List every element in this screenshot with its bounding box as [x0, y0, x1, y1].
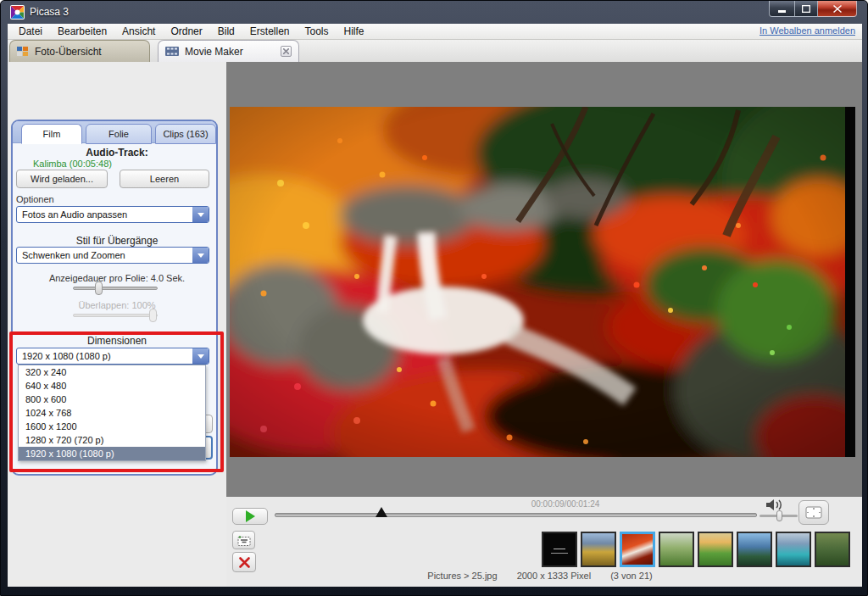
tab-photo-overview-label: Foto-Übersicht [35, 46, 102, 58]
remove-item-button[interactable] [232, 552, 256, 572]
menu-item[interactable]: Hilfe [337, 24, 372, 39]
transition-style-label: Stil für Übergänge [8, 235, 226, 247]
status-bar: Pictures > 25.jpg 2000 x 1333 Pixel (3 v… [226, 571, 854, 581]
overlap-label: Überlappen: 100% [8, 300, 226, 310]
movie-maker-sidebar: Film Folie Clips (163) Audio-Track: Kali… [8, 62, 226, 587]
dimension-option[interactable]: 1024 x 768 [19, 406, 205, 420]
overlap-slider-thumb [149, 309, 157, 322]
time-display: 00:00:09/00:01:24 [438, 499, 693, 509]
options-label: Optionen [16, 194, 54, 204]
clip-thumbnail-strip [542, 532, 850, 567]
thumbnail-meadow-mountain[interactable] [698, 532, 733, 567]
thumbnail-green-valley[interactable] [659, 532, 694, 567]
dimension-option[interactable]: 1920 x 1080 (1080 p) [19, 447, 205, 460]
menu-item[interactable]: Bild [210, 24, 242, 39]
playhead-marker[interactable] [376, 507, 387, 517]
panel-tab-clips[interactable]: Clips (163) [155, 124, 216, 144]
thumbnail-lake-reflection[interactable] [737, 532, 772, 567]
picasa-window: Picasa 3 DateiBearbeitenAnsichtOrdnerBil… [0, 0, 868, 596]
slide-duration-slider-thumb[interactable] [95, 281, 103, 295]
document-tab-bar: Foto-Übersicht Movie Maker [8, 40, 862, 62]
transition-style-value: Schwenken und Zoomen [22, 250, 125, 260]
thumbnail-turquoise-lake[interactable] [776, 532, 811, 567]
status-pixel-size: 2000 x 1333 Pixel [517, 571, 591, 581]
panel-tab-film[interactable]: Film [21, 124, 82, 144]
dimensions-value: 1920 x 1080 (1080 p) [22, 351, 111, 361]
fullscreen-button[interactable] [798, 500, 829, 525]
client-area: DateiBearbeitenAnsichtOrdnerBildErstelle… [8, 24, 862, 587]
chevron-down-icon[interactable] [192, 348, 209, 364]
video-preview-area: ="" r="3" [226, 62, 862, 497]
audio-track-name: Kalimba (00:05:48) [33, 159, 112, 169]
dimensions-label: Dimensionen [8, 335, 226, 347]
thumbnail-garden[interactable] [815, 532, 850, 567]
dimensions-dropdown-list: 320 x 240640 x 480800 x 6001024 x 768160… [18, 365, 206, 461]
player-controls: 00:00:09/00:01:24 [226, 497, 862, 587]
audio-loading-button[interactable]: Wird geladen... [16, 170, 108, 188]
red-x-icon [239, 557, 250, 568]
play-button[interactable] [232, 508, 268, 525]
audio-clear-button[interactable]: Leeren [120, 170, 209, 188]
tab-movie-maker-label: Movie Maker [185, 46, 243, 58]
title-bar: Picasa 3 [1, 1, 867, 24]
dimension-option[interactable]: 1280 x 720 (720 p) [19, 433, 205, 447]
window-controls [769, 1, 857, 17]
chevron-down-icon[interactable] [192, 248, 209, 263]
thumbnail-mountain-aspens[interactable] [581, 532, 616, 567]
text-slide-icon [237, 535, 251, 546]
menu-item[interactable]: Datei [11, 24, 50, 39]
thumbnail-autumn-stream-selected[interactable] [620, 532, 655, 567]
tab-movie-maker[interactable]: Movie Maker [158, 40, 299, 62]
audio-options-combobox[interactable]: Fotos an Audio anpassen [16, 206, 209, 223]
volume-icon[interactable] [766, 499, 785, 511]
thumbnail-title-slide[interactable] [542, 532, 577, 567]
tab-photo-overview[interactable]: Foto-Übersicht [9, 40, 150, 62]
minimize-button[interactable] [769, 1, 794, 17]
menu-item[interactable]: Erstellen [242, 24, 298, 39]
status-position: (3 von 21) [610, 571, 653, 581]
menu-item[interactable]: Ordner [163, 24, 209, 39]
dimension-option[interactable]: 1600 x 1200 [19, 420, 205, 433]
slide-duration-slider[interactable] [73, 287, 158, 290]
dimensions-combobox[interactable]: 1920 x 1080 (1080 p) [16, 348, 209, 365]
audio-track-label: Audio-Track: [8, 147, 226, 159]
add-text-slide-button[interactable] [232, 531, 255, 549]
picasa-logo-icon [10, 5, 25, 19]
dimension-option[interactable]: 800 x 600 [19, 393, 205, 406]
close-button[interactable] [818, 1, 857, 17]
web-albums-signin-link[interactable]: In Webalben anmelden [760, 25, 855, 36]
chevron-down-icon[interactable] [192, 207, 209, 222]
menu-item[interactable]: Tools [297, 24, 336, 39]
status-file-path: Pictures > 25.jpg [427, 571, 497, 581]
dimension-option[interactable]: 640 x 480 [19, 379, 205, 393]
overlap-slider [73, 314, 158, 317]
slide-duration-label: Anzeigedauer pro Folie: 4.0 Sek. [8, 273, 226, 283]
play-icon [246, 510, 255, 522]
menu-bar: DateiBearbeitenAnsichtOrdnerBildErstelle… [8, 24, 862, 40]
fullscreen-icon [805, 506, 822, 519]
volume-slider-thumb[interactable] [776, 510, 782, 521]
volume-slider[interactable] [760, 515, 798, 517]
dimension-option[interactable]: 320 x 240 [19, 365, 205, 379]
menu-item[interactable]: Bearbeiten [50, 24, 114, 39]
panel-tab-folie[interactable]: Folie [86, 124, 152, 144]
transition-style-combobox[interactable]: Schwenken und Zoomen [16, 247, 209, 264]
tab-close-icon[interactable] [281, 46, 292, 57]
preview-photo: ="" r="3" [230, 107, 855, 457]
window-title: Picasa 3 [30, 6, 69, 18]
menu-item[interactable]: Ansicht [114, 24, 163, 39]
photo-grid-icon [17, 47, 29, 57]
film-strip-icon [165, 47, 179, 56]
audio-options-value: Fotos an Audio anpassen [22, 209, 127, 220]
maximize-button[interactable] [794, 1, 818, 17]
timeline-slider[interactable] [275, 513, 757, 517]
